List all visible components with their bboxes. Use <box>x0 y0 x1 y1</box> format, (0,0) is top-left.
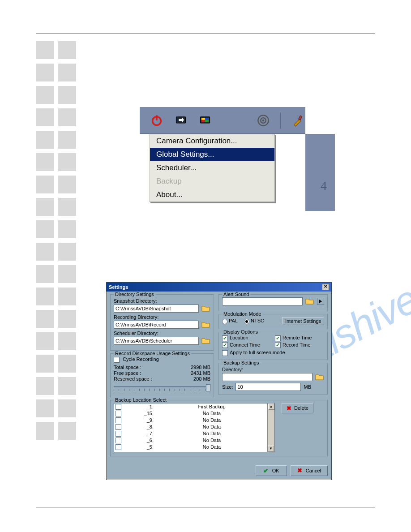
row-checkbox[interactable] <box>116 404 121 410</box>
list-item[interactable]: _7,No Data <box>114 430 267 437</box>
snapshot-dir-label: Snapshot Directory: <box>114 298 210 304</box>
menu-item-camera-config[interactable]: Camera Configuration... <box>150 134 274 148</box>
row-checkbox[interactable] <box>116 431 121 437</box>
connect-time-checkbox[interactable] <box>222 342 228 348</box>
row-status: No Data <box>156 438 267 443</box>
backup-size-label: Size: <box>222 384 233 390</box>
ok-button[interactable]: ✔ OK <box>256 465 287 476</box>
list-item[interactable]: _9,No Data <box>114 417 267 424</box>
reserved-space-slider[interactable] <box>114 384 210 393</box>
group-diskspace: Record Diskspace Usage Settings Cycle Re… <box>110 353 214 397</box>
record-disc-icon[interactable] <box>256 113 270 128</box>
cancel-button[interactable]: ✖ Cancel <box>291 465 328 476</box>
snapshot-dir-input[interactable] <box>114 305 199 313</box>
record-time-checkbox[interactable] <box>275 342 281 348</box>
pal-radio[interactable] <box>222 319 227 324</box>
ntsc-radio[interactable] <box>244 319 249 324</box>
row-status: No Data <box>156 411 267 416</box>
row-status: No Data <box>156 431 267 436</box>
row-id: _5, <box>125 444 156 450</box>
ntsc-label: NTSC <box>251 318 264 323</box>
decorative-squares <box>36 41 81 444</box>
menu-item-backup: Backup <box>150 175 274 188</box>
list-item[interactable]: _1,First Backup <box>114 403 267 410</box>
backup-dir-input[interactable] <box>222 373 313 381</box>
monitor-arrow-icon[interactable] <box>174 113 188 128</box>
power-icon[interactable] <box>150 113 164 128</box>
menu-item-scheduler[interactable]: Scheduler... <box>150 161 274 175</box>
backup-dir-label: Directory: <box>222 367 324 372</box>
group-display-options: Display Options Location Remote Time Con… <box>218 332 328 360</box>
folder-icon[interactable] <box>201 321 210 328</box>
internet-settings-button[interactable]: Internet Settings <box>282 317 324 325</box>
dialog-title: Settings <box>109 284 322 290</box>
scroll-down-icon[interactable]: ▼ <box>268 446 274 452</box>
menu-behind-panel <box>305 134 335 211</box>
remote-time-label: Remote Time <box>283 335 312 340</box>
svg-rect-11 <box>299 115 302 120</box>
menu-behind-number: 4 <box>321 179 327 193</box>
color-monitor-icon[interactable] <box>198 113 212 128</box>
row-checkbox[interactable] <box>116 444 121 450</box>
menu-item-global-settings[interactable]: Global Settings... <box>150 148 274 161</box>
row-checkbox[interactable] <box>116 424 121 430</box>
recording-dir-label: Recording Directory: <box>114 314 210 320</box>
x-icon: ✖ <box>297 467 302 474</box>
group-backup-settings: Backup Settings Directory: Size: MB <box>218 363 328 395</box>
location-checkbox[interactable] <box>222 335 228 341</box>
fullscreen-label: Apply to full screen mode <box>230 350 285 355</box>
total-space-label: Total space : <box>114 365 141 370</box>
page-top-rule <box>36 34 375 34</box>
tools-icon[interactable] <box>291 113 305 128</box>
remote-time-checkbox[interactable] <box>275 335 281 341</box>
group-backup-location: Backup Location Select _1,First Backup_1… <box>110 400 328 456</box>
row-id: _1, <box>125 404 156 409</box>
toolbar-separator <box>280 112 281 129</box>
fullscreen-checkbox[interactable] <box>222 350 228 356</box>
free-space-value: 2431 MB <box>191 370 210 376</box>
list-item[interactable]: _8,No Data <box>114 424 267 430</box>
row-status: No Data <box>156 424 267 429</box>
reserved-space-label: Reserved space : <box>114 376 152 382</box>
folder-icon[interactable] <box>305 298 314 305</box>
toolbar-menu-screenshot: 4 Camera Configuration... Global Setting… <box>140 107 305 202</box>
list-item[interactable]: _15,No Data <box>114 410 267 417</box>
scroll-up-icon[interactable]: ▲ <box>268 403 274 410</box>
scrollbar[interactable]: ▲ ▼ <box>267 403 274 452</box>
recording-dir-input[interactable] <box>114 321 199 329</box>
svg-point-10 <box>262 119 265 121</box>
play-icon[interactable] <box>317 298 324 305</box>
dropdown-menu: 4 Camera Configuration... Global Setting… <box>140 134 305 202</box>
delete-button[interactable]: ✖ Delete <box>282 403 313 413</box>
dialog-titlebar: Settings ✕ <box>107 283 331 292</box>
backup-size-input[interactable] <box>235 383 301 391</box>
row-id: _8, <box>125 424 156 429</box>
group-title-backup-location: Backup Location Select <box>114 397 168 403</box>
menu-item-about[interactable]: About... <box>150 188 274 202</box>
backup-location-list[interactable]: _1,First Backup_15,No Data_9,No Data_8,N… <box>114 403 275 452</box>
row-checkbox[interactable] <box>116 438 121 443</box>
group-title-display: Display Options <box>222 329 259 335</box>
scheduler-dir-input[interactable] <box>114 337 199 345</box>
backup-size-unit: MB <box>304 384 311 390</box>
close-icon[interactable]: ✕ <box>322 284 329 290</box>
record-time-label: Record Time <box>283 342 310 348</box>
row-checkbox[interactable] <box>116 411 121 416</box>
row-checkbox[interactable] <box>116 417 121 423</box>
folder-icon[interactable] <box>201 337 210 344</box>
row-id: _6, <box>125 438 156 443</box>
delete-label: Delete <box>294 405 308 411</box>
list-item[interactable]: _6,No Data <box>114 437 267 444</box>
row-status: First Backup <box>156 404 267 409</box>
svg-rect-5 <box>205 118 209 120</box>
pal-label: PAL <box>229 318 238 323</box>
list-item[interactable]: _5,No Data <box>114 444 267 450</box>
scheduler-dir-label: Scheduler Directory: <box>114 330 210 336</box>
location-label: Location <box>230 335 248 340</box>
cycle-recording-checkbox[interactable] <box>114 357 120 363</box>
alert-sound-input[interactable] <box>222 297 303 305</box>
cycle-recording-label: Cycle Recording <box>123 356 159 362</box>
group-title-backup: Backup Settings <box>222 360 261 365</box>
folder-icon[interactable] <box>201 305 210 312</box>
folder-icon[interactable] <box>315 373 324 381</box>
